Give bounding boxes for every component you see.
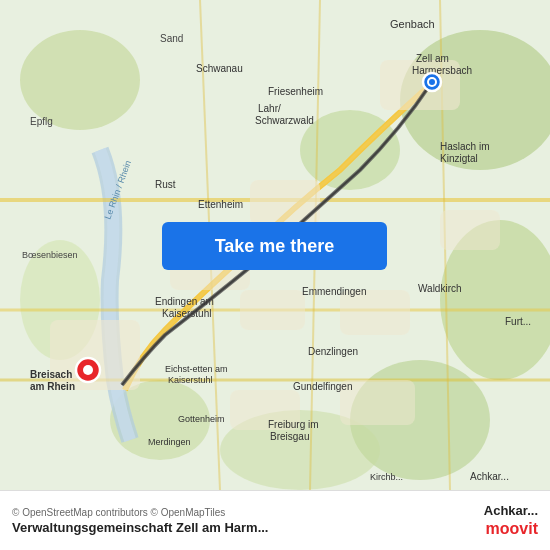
svg-rect-17 bbox=[250, 180, 320, 225]
map-attribution: © OpenStreetMap contributors © OpenMapTi… bbox=[12, 507, 268, 518]
svg-text:Furt...: Furt... bbox=[505, 316, 531, 327]
svg-text:Genbach: Genbach bbox=[390, 18, 435, 30]
svg-text:Achkar...: Achkar... bbox=[470, 471, 509, 482]
svg-text:Kinzigtal: Kinzigtal bbox=[440, 153, 478, 164]
svg-text:Breisach: Breisach bbox=[30, 369, 72, 380]
svg-text:Eichst-etten am: Eichst-etten am bbox=[165, 364, 228, 374]
svg-text:Gottenheim: Gottenheim bbox=[178, 414, 225, 424]
button-label: Take me there bbox=[215, 236, 335, 257]
svg-text:Harmersbach: Harmersbach bbox=[412, 65, 472, 76]
destination-name: Achkar... bbox=[484, 503, 538, 518]
svg-text:Ettenheim: Ettenheim bbox=[198, 199, 243, 210]
svg-point-1 bbox=[20, 30, 140, 130]
take-me-there-button[interactable]: Take me there bbox=[162, 222, 387, 270]
svg-text:Denzlingen: Denzlingen bbox=[308, 346, 358, 357]
svg-point-61 bbox=[83, 365, 93, 375]
footer: © OpenStreetMap contributors © OpenMapTi… bbox=[0, 490, 550, 550]
svg-text:Zell am: Zell am bbox=[416, 53, 449, 64]
svg-text:Friesenheim: Friesenheim bbox=[268, 86, 323, 97]
footer-right: Achkar... moovit bbox=[484, 503, 538, 538]
svg-text:Merdingen: Merdingen bbox=[148, 437, 191, 447]
place-name: Verwaltungsgemeinschaft Zell am Harm... bbox=[12, 520, 268, 535]
svg-text:Rust: Rust bbox=[155, 179, 176, 190]
svg-text:Emmendingen: Emmendingen bbox=[302, 286, 366, 297]
moovit-logo: moovit bbox=[486, 520, 538, 538]
svg-rect-18 bbox=[240, 290, 305, 330]
svg-point-59 bbox=[429, 79, 435, 85]
svg-text:Breisgau: Breisgau bbox=[270, 431, 309, 442]
svg-rect-21 bbox=[440, 210, 500, 250]
svg-text:Kirchb...: Kirchb... bbox=[370, 472, 403, 482]
svg-text:Sand: Sand bbox=[160, 33, 183, 44]
svg-text:Epflg: Epflg bbox=[30, 116, 53, 127]
svg-text:Haslach im: Haslach im bbox=[440, 141, 489, 152]
footer-left: © OpenStreetMap contributors © OpenMapTi… bbox=[12, 507, 268, 535]
svg-text:Lahr/: Lahr/ bbox=[258, 103, 281, 114]
svg-text:Schwarzwald: Schwarzwald bbox=[255, 115, 314, 126]
svg-text:Gundelfingen: Gundelfingen bbox=[293, 381, 353, 392]
map-container: Genbach Friesenheim Lahr/ Schwarzwald Ze… bbox=[0, 0, 550, 490]
svg-text:Kaiserstuhl: Kaiserstuhl bbox=[168, 375, 213, 385]
svg-text:Waldkirch: Waldkirch bbox=[418, 283, 462, 294]
moovit-brand-text: moovit bbox=[486, 520, 538, 538]
svg-text:Freiburg im: Freiburg im bbox=[268, 419, 319, 430]
svg-text:am Rhein: am Rhein bbox=[30, 381, 75, 392]
svg-text:Schwanau: Schwanau bbox=[196, 63, 243, 74]
svg-text:Bœsenbiesen: Bœsenbiesen bbox=[22, 250, 78, 260]
